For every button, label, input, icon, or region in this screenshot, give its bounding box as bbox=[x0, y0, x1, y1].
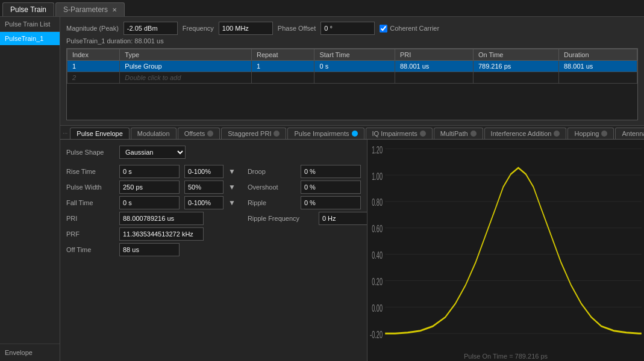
ripple-frequency-label: Ripple Frequency bbox=[248, 215, 314, 222]
coherent-carrier-checkbox[interactable] bbox=[380, 25, 387, 32]
fall-time-input[interactable] bbox=[119, 196, 180, 209]
tab-antenna[interactable]: Antenna bbox=[615, 128, 644, 139]
ripple-row: Ripple bbox=[248, 196, 367, 209]
phase-offset-input[interactable] bbox=[320, 22, 375, 35]
left-panel: Pulse Shape Gaussian Rise Time bbox=[60, 140, 367, 361]
pulse-shape-label: Pulse Shape bbox=[66, 149, 114, 156]
col-pri: PRI bbox=[395, 49, 473, 61]
rise-time-unit-dropdown[interactable]: ▼ bbox=[228, 167, 236, 176]
droop-input[interactable] bbox=[301, 165, 361, 178]
envelope-label: Envelope bbox=[0, 344, 60, 361]
coherent-carrier-label[interactable]: Coherent Carrier bbox=[380, 25, 439, 32]
fall-time-label: Fall Time bbox=[66, 199, 114, 206]
tab-close-icon[interactable]: ✕ bbox=[112, 7, 117, 13]
pri-input[interactable] bbox=[119, 212, 204, 225]
ripple-frequency-input[interactable] bbox=[319, 212, 367, 225]
tab-iq-impairments-label: IQ Impairments bbox=[372, 130, 417, 137]
tab-interference-addition-label: Interference Addition bbox=[491, 130, 552, 137]
off-time-row: Off Time bbox=[66, 243, 236, 256]
drag-handle: ··· bbox=[63, 130, 67, 137]
iq-impairments-circle bbox=[420, 131, 426, 137]
pulse-width-input[interactable] bbox=[119, 180, 180, 194]
tab-multipath-label: MultiPath bbox=[440, 130, 468, 137]
col-index: Index bbox=[67, 49, 120, 61]
magnitude-input[interactable] bbox=[123, 22, 178, 35]
cell-duration: 88.001 us bbox=[559, 61, 637, 72]
tab-pulse-impairments[interactable]: Pulse Impairments bbox=[287, 128, 364, 139]
sidebar-item-pulsetrain1[interactable]: PulseTrain_1 bbox=[0, 32, 60, 45]
pulse-width-row: Pulse Width ▼ bbox=[66, 180, 236, 194]
pri-row: PRI bbox=[66, 212, 236, 225]
table-row-add[interactable]: 2 Double click to add bbox=[67, 72, 637, 84]
overshoot-label: Overshoot bbox=[248, 184, 296, 191]
tab-pulse-envelope-label: Pulse Envelope bbox=[77, 130, 122, 137]
frequency-input[interactable] bbox=[219, 22, 273, 35]
tab-modulation[interactable]: Modulation bbox=[131, 128, 177, 139]
tab-multipath[interactable]: MultiPath bbox=[434, 128, 483, 139]
cell-index: 1 bbox=[67, 61, 120, 72]
svg-text:0.00: 0.00 bbox=[372, 303, 383, 314]
ripple-label: Ripple bbox=[248, 199, 296, 206]
fall-time-unit-input[interactable] bbox=[184, 196, 224, 209]
svg-text:0.80: 0.80 bbox=[372, 197, 383, 209]
cell-on-time: 789.216 ps bbox=[473, 61, 558, 72]
bottom-content: Pulse Shape Gaussian Rise Time bbox=[60, 140, 644, 361]
svg-text:0.40: 0.40 bbox=[372, 250, 383, 261]
ripple-input[interactable] bbox=[301, 196, 361, 209]
tab-interference-addition[interactable]: Interference Addition bbox=[484, 128, 567, 139]
tab-modulation-label: Modulation bbox=[137, 130, 170, 137]
overshoot-input[interactable] bbox=[301, 180, 361, 194]
pulse-chart: 1.20 1.00 0.80 0.60 0.40 0.20 0.00 -0.20 bbox=[367, 140, 644, 349]
tab-staggered-pri[interactable]: Staggered PRI bbox=[221, 128, 286, 139]
prf-input[interactable] bbox=[119, 227, 204, 241]
staggered-pri-circle bbox=[274, 131, 280, 137]
chart-footer: Pulse On Time = 789.216 ps bbox=[367, 351, 644, 361]
svg-text:1.20: 1.20 bbox=[372, 144, 383, 156]
col-repeat: Repeat bbox=[252, 49, 314, 61]
tab-staggered-pri-label: Staggered PRI bbox=[228, 130, 271, 137]
content-area: Magnitude (Peak) Frequency Phase Offset … bbox=[60, 17, 644, 361]
frequency-label: Frequency bbox=[183, 25, 214, 32]
left-sidebar: Pulse Train List PulseTrain_1 Envelope bbox=[0, 17, 60, 361]
tab-offsets[interactable]: Offsets bbox=[178, 128, 220, 139]
tab-pulse-train[interactable]: Pulse Train bbox=[2, 2, 54, 16]
cell-start-time: 0 s bbox=[314, 61, 395, 72]
tab-pulse-envelope[interactable]: Pulse Envelope bbox=[70, 128, 129, 139]
cell-add-index: 2 bbox=[67, 72, 120, 84]
gaussian-curve bbox=[385, 168, 642, 333]
droop-label: Droop bbox=[248, 168, 296, 175]
tab-hopping[interactable]: Hopping bbox=[567, 128, 614, 139]
tab-iq-impairments[interactable]: IQ Impairments bbox=[366, 128, 433, 139]
tab-s-parameters-label: S-Parameters bbox=[63, 5, 108, 14]
off-time-input[interactable] bbox=[119, 243, 180, 256]
cell-add-type: Double click to add bbox=[120, 72, 252, 84]
prf-row: PRF bbox=[66, 227, 236, 241]
right-col: Droop Overshoot Ripple bbox=[248, 165, 367, 259]
offsets-circle bbox=[207, 131, 213, 137]
tab-s-parameters[interactable]: S-Parameters ✕ bbox=[55, 2, 125, 16]
duration-text: PulseTrain_1 duration: 88.001 us bbox=[66, 37, 638, 45]
pulse-width-unit-dropdown[interactable]: ▼ bbox=[228, 183, 236, 191]
hopping-circle bbox=[601, 131, 607, 137]
pulse-width-unit-input[interactable] bbox=[184, 180, 224, 194]
rise-time-unit-input[interactable] bbox=[184, 165, 224, 178]
pulse-table: Index Type Repeat Start Time PRI On Time… bbox=[67, 49, 637, 84]
pri-label: PRI bbox=[66, 215, 114, 222]
tab-pulse-impairments-label: Pulse Impairments bbox=[294, 130, 349, 137]
fall-time-unit-dropdown[interactable]: ▼ bbox=[228, 199, 236, 207]
pulse-shape-select[interactable]: Gaussian bbox=[119, 146, 186, 159]
top-tab-bar: Pulse Train S-Parameters ✕ bbox=[0, 0, 644, 17]
multipath-circle bbox=[470, 131, 477, 137]
overshoot-row: Overshoot bbox=[248, 180, 367, 194]
pulse-table-container: Index Type Repeat Start Time PRI On Time… bbox=[66, 48, 638, 120]
pulse-impairments-circle bbox=[352, 131, 358, 137]
rise-time-input[interactable] bbox=[119, 165, 180, 178]
pulse-width-label: Pulse Width bbox=[66, 184, 114, 191]
tab-offsets-label: Offsets bbox=[184, 130, 205, 137]
table-row[interactable]: 1 Pulse Group 1 0 s 88.001 us 789.216 ps… bbox=[67, 61, 637, 72]
rise-time-label: Rise Time bbox=[66, 168, 114, 175]
main-layout: Pulse Train List PulseTrain_1 Envelope M… bbox=[0, 17, 644, 361]
svg-text:1.00: 1.00 bbox=[372, 171, 383, 182]
phase-offset-label: Phase Offset bbox=[278, 25, 316, 32]
prf-label: PRF bbox=[66, 230, 114, 238]
